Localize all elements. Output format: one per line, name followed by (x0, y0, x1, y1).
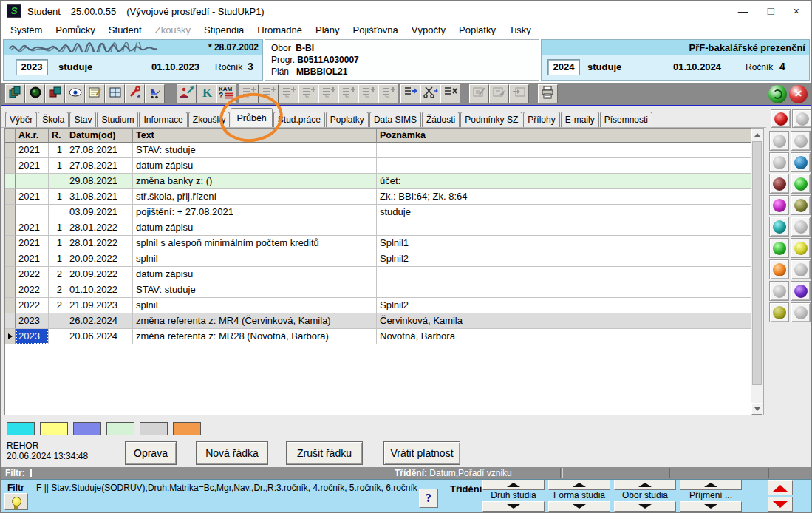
row-gutter[interactable] (5, 158, 16, 174)
indicator-button-green[interactable] (769, 238, 789, 258)
row-gutter[interactable] (5, 267, 16, 282)
cell-r[interactable]: 2 (49, 282, 66, 298)
row-gutter[interactable] (5, 236, 16, 251)
cell-poznamka[interactable]: Splnil2 (377, 251, 751, 267)
sort-down-obor-studia[interactable] (614, 501, 676, 512)
indicator-button-red[interactable] (771, 109, 791, 128)
menu-vypocty[interactable]: Výpočty (405, 23, 452, 37)
cell-akr[interactable] (16, 174, 49, 189)
cell-r[interactable]: 1 (49, 189, 66, 205)
menu-pojistovna[interactable]: Pojišťovna (347, 23, 405, 37)
cell-akr[interactable]: 2022 (16, 282, 49, 298)
tools-button[interactable] (125, 84, 145, 103)
kam-button[interactable]: KAM? (216, 84, 236, 103)
indicator-button-purple[interactable] (791, 281, 811, 301)
cell-datum[interactable]: 21.09.2023 (66, 298, 133, 313)
scroll-up-button[interactable] (751, 129, 762, 140)
tab-data-sims[interactable]: Data SIMS (369, 112, 421, 127)
note-button[interactable] (85, 84, 105, 103)
indicator-button-gray[interactable] (769, 131, 789, 151)
scrollbar-thumb[interactable] (752, 141, 762, 385)
cell-akr[interactable]: 2023 (16, 329, 49, 344)
row-gutter[interactable] (5, 143, 16, 158)
indicator-button-olive[interactable] (791, 195, 811, 215)
cell-akr[interactable]: 2021 (16, 220, 49, 236)
nova-radka-button[interactable]: Nová řádka (196, 441, 268, 465)
cell-datum[interactable]: 31.08.2021 (66, 189, 133, 205)
sort-up-forma-studia[interactable] (548, 480, 610, 490)
cell-text[interactable]: pojištění: + 27.08.2021 (133, 205, 377, 220)
indicator-button-teal[interactable] (769, 217, 789, 237)
printer-button[interactable] (538, 84, 558, 103)
cell-poznamka[interactable] (377, 220, 751, 236)
indicator-button-gray[interactable] (792, 109, 812, 128)
column-header-r[interactable]: R. (49, 129, 66, 143)
refresh-ball-button[interactable] (768, 85, 787, 103)
tab-studium[interactable]: Studium (97, 112, 138, 127)
sort-priority-up-button[interactable] (768, 480, 793, 495)
tab-stav[interactable]: Stav (69, 112, 96, 127)
cell-r[interactable]: 2 (49, 267, 66, 282)
cell-r[interactable]: 2 (49, 298, 66, 313)
person-arrow-button[interactable] (177, 84, 197, 103)
sort-up-obor-studia[interactable] (614, 480, 676, 490)
tab-prubeh[interactable]: Průběh (231, 108, 272, 127)
cell-akr[interactable]: 2021 (16, 236, 49, 251)
academic-year-field-2023[interactable]: 2023 (16, 59, 48, 75)
tab-e-maily[interactable]: E-maily (561, 112, 599, 127)
cell-datum[interactable]: 20.06.2024 (66, 329, 133, 344)
menu-poplatky[interactable]: Poplatky (452, 23, 502, 37)
cell-r[interactable] (49, 313, 66, 329)
tab-poplatky[interactable]: Poplatky (326, 112, 369, 127)
cell-akr[interactable]: 2021 (16, 143, 49, 158)
tab-stud-prace[interactable]: Stud.práce (273, 112, 325, 127)
help-button[interactable]: ? (419, 489, 438, 508)
indicator-button-yellowgreen[interactable] (769, 302, 789, 322)
column-header-text[interactable]: Text (133, 129, 377, 143)
tab-pisemnosti[interactable]: Písemnosti (600, 112, 652, 127)
row-gutter[interactable] (5, 282, 16, 298)
tab-vyber[interactable]: Výběr (5, 112, 37, 127)
window-button[interactable] (105, 84, 125, 103)
indicator-button-gray[interactable] (769, 281, 789, 301)
oprava-button[interactable]: Oprava (125, 441, 177, 465)
cell-r[interactable]: 1 (49, 220, 66, 236)
cell-poznamka[interactable]: účet: (377, 174, 751, 189)
cell-text[interactable]: splnil (133, 251, 377, 267)
cell-text[interactable]: změna referenta z: MR4 (Červinková, Kami… (133, 313, 377, 329)
row-gutter[interactable] (5, 189, 16, 205)
indicator-button-blue[interactable] (791, 152, 811, 172)
tab-podminky-sz[interactable]: Podmínky SZ (460, 112, 522, 127)
indicator-button-gray[interactable] (791, 259, 811, 279)
cell-poznamka[interactable] (377, 282, 751, 298)
menu-stipendia[interactable]: Stipendia (197, 23, 250, 37)
cell-datum[interactable]: 28.01.2022 (66, 236, 133, 251)
academic-year-field-2024[interactable]: 2024 (547, 59, 580, 75)
cell-poznamka[interactable]: Zk.: BBI:64; Zk. 8:64 (377, 189, 751, 205)
cell-text[interactable]: datum zápisu (133, 158, 377, 174)
cell-datum[interactable]: 01.10.2022 (66, 282, 133, 298)
vratit-platnost-button[interactable]: Vrátit platnost (383, 441, 460, 465)
menu-zkousky[interactable]: Zkoušky (149, 23, 197, 37)
tab-zadosti[interactable]: Žádosti (422, 112, 460, 127)
maximize-button[interactable]: □ (768, 6, 774, 16)
cell-akr[interactable]: 2022 (16, 267, 49, 282)
scroll-down-button[interactable] (751, 403, 762, 415)
cell-datum[interactable]: 27.08.2021 (66, 158, 133, 174)
cell-poznamka[interactable]: Splnil1 (377, 236, 751, 251)
menu-hromadne[interactable]: Hromadné (250, 23, 309, 37)
list-x-button[interactable] (440, 84, 460, 103)
filter-hint-button[interactable] (4, 493, 28, 510)
close-ball-button[interactable] (789, 85, 808, 103)
row-gutter[interactable] (5, 329, 16, 344)
cell-poznamka[interactable]: Červinková, Kamila (377, 313, 751, 329)
cell-akr[interactable]: 2022 (16, 298, 49, 313)
cell-r[interactable]: 1 (49, 143, 66, 158)
minimize-button[interactable]: — (738, 6, 748, 16)
row-gutter[interactable] (5, 174, 16, 189)
row-gutter[interactable] (5, 298, 16, 313)
cell-datum[interactable]: 03.09.2021 (66, 205, 133, 220)
menu-student[interactable]: Student (102, 23, 149, 37)
cell-akr[interactable]: 2023 (16, 313, 49, 329)
tab-informace[interactable]: Informace (139, 112, 187, 127)
